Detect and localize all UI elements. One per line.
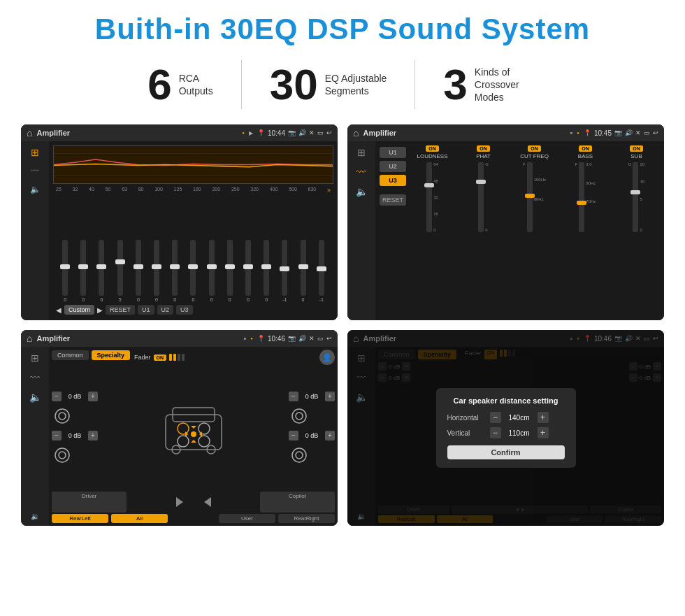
- eq-thumb-9[interactable]: [225, 264, 235, 269]
- sidebar-1: ⊞ 〰 🔈: [21, 141, 49, 320]
- eq-thumb-4[interactable]: [134, 264, 143, 269]
- db-minus-3[interactable]: −: [289, 431, 298, 440]
- confirm-button[interactable]: Confirm: [447, 445, 565, 459]
- vertical-plus[interactable]: +: [538, 427, 549, 438]
- eq-thumb-6[interactable]: [170, 264, 180, 269]
- eq-thumb-10[interactable]: [243, 264, 253, 269]
- bass-on: ON: [579, 145, 592, 152]
- amp-u3-btn[interactable]: U3: [380, 175, 406, 186]
- eq-slider-0: 0: [62, 240, 68, 302]
- svg-point-23: [292, 448, 306, 462]
- eq-u1-btn[interactable]: U1: [138, 305, 154, 315]
- cross-tab-common[interactable]: Common: [52, 350, 89, 360]
- screen-eq: ⌂ Amplifier ● ▶ 📍 10:44 📷 🔊 ✕ ▭ ↩ ⊞ 〰 🔈: [21, 124, 338, 320]
- rearleft-btn[interactable]: RearLeft: [52, 514, 108, 523]
- eq-icon[interactable]: ⊞: [31, 147, 39, 158]
- cross-main: Common Specialty Fader ON 👤: [49, 347, 338, 526]
- home-icon[interactable]: ⌂: [27, 127, 32, 138]
- copilot-btn[interactable]: Copilot: [260, 492, 335, 513]
- eq-slider-6: 0: [172, 240, 178, 302]
- wave-icon-3[interactable]: 〰: [30, 372, 40, 383]
- dialog-title: Car speaker distance setting: [447, 396, 565, 405]
- dialog-box: Car speaker distance setting Horizontal …: [436, 388, 576, 468]
- eq-thumb-2[interactable]: [96, 264, 106, 269]
- eq-slider-4: 0: [136, 240, 141, 302]
- amp-reset-btn[interactable]: RESET: [380, 194, 406, 206]
- loudness-on: ON: [426, 145, 439, 152]
- eq-thumb-7[interactable]: [188, 264, 198, 269]
- eq-thumb-8[interactable]: [207, 264, 217, 269]
- eq-icon-2[interactable]: ⊞: [357, 147, 366, 158]
- cross-bottom-row2: RearLeft All User RearRight: [52, 514, 335, 523]
- user-btn[interactable]: User: [219, 514, 275, 523]
- horizontal-row: Horizontal − 140cm +: [447, 412, 565, 423]
- screen3-time: 10:46: [268, 335, 285, 343]
- eq-thumb-1[interactable]: [78, 264, 88, 269]
- eq-thumb-0[interactable]: [60, 264, 70, 269]
- loudness-slider[interactable]: [424, 183, 434, 187]
- phat-slider[interactable]: [476, 180, 486, 184]
- svg-point-14: [178, 436, 189, 447]
- sub-slider[interactable]: [630, 190, 640, 194]
- svg-point-12: [178, 423, 189, 434]
- db-minus-2[interactable]: −: [289, 392, 298, 401]
- db-minus-0[interactable]: −: [52, 392, 62, 401]
- cross-tab-specialty[interactable]: Specialty: [92, 350, 131, 360]
- eq-curve-svg: [54, 146, 333, 183]
- horizontal-minus[interactable]: −: [490, 412, 501, 423]
- dot-icon-2: ■: [570, 131, 573, 135]
- eq-thumb-12[interactable]: [280, 266, 289, 271]
- eq-thumb-13[interactable]: [298, 264, 308, 269]
- eq-u3-btn[interactable]: U3: [176, 305, 193, 315]
- speaker-icon[interactable]: 🔈: [30, 185, 41, 194]
- screen-amp: ⌂ Amplifier ■ ● 📍 10:45 📷 🔊 ✕ ▭ ↩ ⊞ 〰 🔈: [347, 124, 664, 320]
- wave-icon[interactable]: 〰: [31, 166, 39, 176]
- vertical-minus[interactable]: −: [490, 427, 501, 438]
- fader-on: ON: [154, 354, 167, 361]
- db-val-2: 0 dB: [301, 393, 322, 400]
- amp-cutfreq: ON CUT FREQ F: [511, 145, 558, 316]
- eq-slider-13: 0: [301, 240, 306, 302]
- db-plus-1[interactable]: +: [88, 431, 98, 440]
- horizontal-plus[interactable]: +: [538, 412, 549, 423]
- amp-u2-btn[interactable]: U2: [380, 161, 406, 172]
- phat-label: PHAT: [476, 153, 491, 159]
- eq-thumb-3[interactable]: [115, 259, 125, 264]
- db-plus-3[interactable]: +: [325, 431, 335, 440]
- driver-btn[interactable]: Driver: [52, 492, 127, 513]
- speaker2-icon-3[interactable]: 🔉: [31, 513, 39, 520]
- bass-slider[interactable]: [577, 201, 586, 205]
- eq-thumb-11[interactable]: [261, 264, 271, 269]
- prev-arrow[interactable]: ◀: [56, 306, 62, 314]
- back-icon-3[interactable]: ↩: [326, 335, 332, 342]
- home-icon-3[interactable]: ⌂: [27, 333, 32, 344]
- db-row-3: − 0 dB +: [289, 431, 335, 440]
- wave-icon-2[interactable]: 〰: [356, 166, 366, 178]
- eq-icon-3[interactable]: ⊞: [31, 352, 39, 364]
- amp-u1-btn[interactable]: U1: [380, 147, 406, 158]
- speaker-icon-3[interactable]: 🔈: [29, 392, 41, 403]
- screen2-time: 10:45: [594, 129, 612, 137]
- eq-slider-14: -1: [319, 240, 324, 302]
- stat-eq-number: 30: [270, 63, 318, 106]
- db-plus-0[interactable]: +: [88, 392, 98, 401]
- cutfreq-slider[interactable]: [525, 194, 535, 198]
- eq-custom-btn[interactable]: Custom: [64, 305, 94, 315]
- home-icon-2[interactable]: ⌂: [353, 127, 359, 138]
- back-icon[interactable]: ↩: [326, 129, 332, 136]
- db-minus-1[interactable]: −: [52, 431, 62, 440]
- back-icon-2[interactable]: ↩: [653, 129, 658, 136]
- rearright-btn[interactable]: RearRight: [278, 514, 335, 523]
- status-bar-1: ⌂ Amplifier ● ▶ 📍 10:44 📷 🔊 ✕ ▭ ↩: [21, 124, 338, 141]
- db-plus-2[interactable]: +: [325, 392, 335, 401]
- eq-thumb-14[interactable]: [317, 266, 326, 271]
- phat-on: ON: [477, 145, 490, 152]
- all-btn[interactable]: All: [111, 514, 168, 523]
- eq-reset-btn[interactable]: RESET: [106, 305, 135, 315]
- speaker-icon-2[interactable]: 🔈: [356, 186, 368, 197]
- screen1-content: ⊞ 〰 🔈: [21, 141, 338, 320]
- eq-thumb-5[interactable]: [152, 264, 161, 269]
- user-icon[interactable]: 👤: [319, 350, 335, 365]
- next-arrow[interactable]: ▶: [97, 306, 103, 314]
- eq-u2-btn[interactable]: U2: [157, 305, 174, 315]
